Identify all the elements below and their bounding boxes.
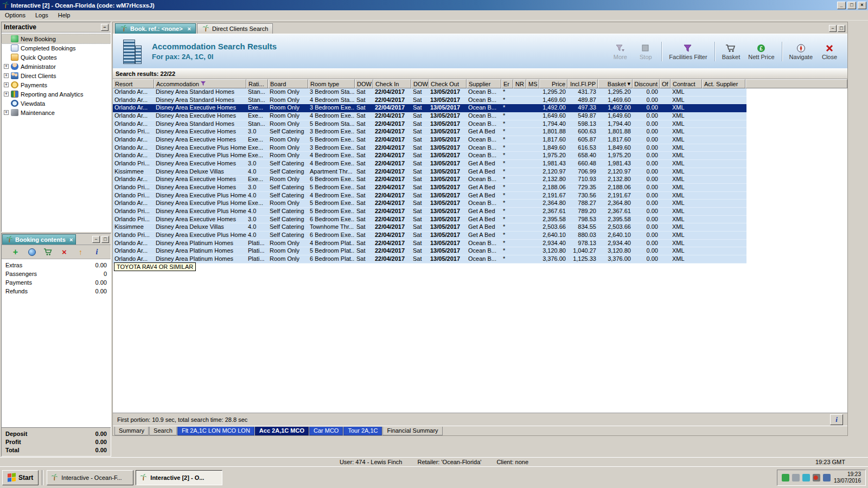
tab-book-ref-none[interactable]: Book. ref.: <none>×: [115, 23, 196, 34]
result-row[interactable]: Orlando Ar...Disney Area Platinum HomesP…: [113, 255, 746, 264]
basket-button[interactable]: Basket: [719, 42, 743, 61]
booking-row-refunds[interactable]: Refunds0.00: [2, 287, 111, 296]
close-button[interactable]: Close: [818, 42, 841, 61]
result-row[interactable]: Orlando Ar...Disney Area Platinum HomesP…: [113, 247, 746, 255]
booking-row-extras[interactable]: Extras0.00: [2, 261, 111, 269]
info-icon[interactable]: i: [92, 247, 101, 256]
sidebar-item-reporting-and-analytics[interactable]: +Reporting and Analytics: [2, 89, 111, 99]
taskbar-clock[interactable]: 19:23 13/07/2016: [834, 471, 861, 484]
result-row[interactable]: Orlando Ar...Disney Area Executive Homes…: [113, 176, 746, 184]
sidebar-item-administrator[interactable]: +Administrator: [2, 62, 111, 71]
info-button[interactable]: i: [830, 414, 843, 425]
column-header-rati[interactable]: Rati...: [246, 79, 268, 88]
column-header-check-in[interactable]: Check In: [373, 79, 411, 88]
sidebar-item-payments[interactable]: +Payments: [2, 80, 111, 89]
tab-acc-2a-1c-mco[interactable]: Acc 2A,1C MCO: [255, 427, 309, 435]
tray-network-icon[interactable]: [802, 474, 810, 481]
menu-logs[interactable]: Logs: [30, 11, 53, 20]
doc-restore-button[interactable]: □: [838, 25, 845, 32]
bc-maximize-button[interactable]: □: [101, 236, 109, 243]
column-header-contract[interactable]: Contract: [671, 79, 702, 88]
tab-flt-2a-1c-lon-mco-lon[interactable]: Flt 2A,1C LON MCO LON: [177, 427, 254, 435]
window-close-button[interactable]: ×: [858, 2, 866, 9]
result-row[interactable]: Orlando Pri...Disney Area Executive Home…: [113, 184, 746, 192]
column-header-resort[interactable]: Resort: [113, 79, 154, 88]
window-minimize-button[interactable]: _: [837, 2, 846, 9]
booking-row-payments[interactable]: Payments0.00: [2, 278, 111, 287]
result-row[interactable]: Orlando Ar...Disney Area Standard HomesS…: [113, 97, 746, 105]
booking-row-passengers[interactable]: Passengers0: [2, 269, 111, 278]
globe-icon[interactable]: [27, 247, 36, 256]
column-header-accommodation[interactable]: Accommodation: [154, 79, 246, 88]
column-header-incl-fl-pp[interactable]: Incl.Fl.PP: [567, 79, 598, 88]
tab-financial-summary[interactable]: Financial Summary: [382, 427, 442, 435]
doc-minimize-button[interactable]: −: [829, 25, 837, 32]
close-booking-contents-icon[interactable]: ×: [69, 236, 73, 243]
result-row[interactable]: Orlando Pri...Disney Area Executive Plus…: [113, 192, 746, 200]
sidebar-item-maintenance[interactable]: +Maintenance: [2, 108, 111, 117]
facilities-filter-button[interactable]: Facilities Filter: [666, 42, 710, 61]
result-row[interactable]: Orlando Ar...Disney Area Executive Plus …: [113, 144, 746, 152]
tab-summary[interactable]: Summary: [114, 427, 149, 435]
expand-icon[interactable]: +: [4, 73, 9, 78]
result-row[interactable]: Orlando Pri...Disney Area Executive Plus…: [113, 208, 746, 216]
result-row[interactable]: Orlando Ar...Disney Area Executive Plus …: [113, 200, 746, 208]
result-row[interactable]: KissimmeeDisney Area Deluxe Villas4.0Sel…: [113, 168, 746, 176]
column-header-board[interactable]: Board: [268, 79, 308, 88]
result-row[interactable]: Orlando Ar...Disney Area Executive Homes…: [113, 136, 746, 144]
sidebar-item-viewdata[interactable]: +Viewdata: [2, 99, 111, 108]
result-row[interactable]: Orlando Ar...Disney Area Executive Plus …: [113, 152, 746, 160]
collapse-panel-button[interactable]: −: [101, 24, 108, 31]
add-icon[interactable]: +: [11, 247, 20, 256]
filter-funnel-icon[interactable]: [201, 81, 206, 87]
taskbar-window-interactive-ocean-f[interactable]: Interactive - Ocean-F...: [47, 470, 133, 485]
result-row[interactable]: Orlando Ar...Disney Area Platinum HomesP…: [113, 240, 746, 248]
nett-price-button[interactable]: £Nett Price: [745, 42, 777, 61]
column-header-check-out[interactable]: Check Out: [429, 79, 467, 88]
add-to-basket-icon[interactable]: [43, 247, 53, 256]
taskbar-window-interactive-2-o[interactable]: Interactive [2] - O...: [136, 470, 222, 485]
menu-help[interactable]: Help: [53, 11, 75, 20]
close-tab-icon[interactable]: ×: [188, 25, 191, 32]
tray-mail-icon[interactable]: [782, 474, 789, 481]
result-row[interactable]: Orlando Pri...Disney Area Executive Plus…: [113, 232, 746, 240]
expand-icon[interactable]: +: [4, 92, 9, 97]
column-header-ms[interactable]: MS: [526, 79, 539, 88]
sidebar-item-completed-bookings[interactable]: +Completed Bookings: [2, 43, 111, 53]
column-header-act-supplier[interactable]: Act. Supplier: [702, 79, 745, 88]
column-header-dow[interactable]: DOW: [411, 79, 429, 88]
column-header-er[interactable]: Er: [501, 79, 513, 88]
result-row[interactable]: Orlando Ar...Disney Area Standard HomesS…: [113, 120, 746, 129]
sidebar-item-quick-quotes[interactable]: +Quick Quotes: [2, 53, 111, 62]
result-row[interactable]: Orlando Ar...Disney Area Executive Homes…: [113, 104, 746, 112]
result-row[interactable]: KissimmeeDisney Area Deluxe Villas4.0Sel…: [113, 223, 746, 232]
tray-display-icon[interactable]: [823, 474, 831, 481]
result-row[interactable]: Orlando Ar...Disney Area Executive Homes…: [113, 112, 746, 120]
expand-icon[interactable]: +: [4, 64, 9, 69]
result-row[interactable]: Orlando Pri...Disney Area Executive Home…: [113, 216, 746, 224]
navigate-button[interactable]: Navigate: [787, 42, 815, 61]
column-header-nr[interactable]: NR: [513, 79, 526, 88]
result-row[interactable]: Orlando Pri...Disney Area Executive Home…: [113, 128, 746, 136]
bc-minimize-button[interactable]: −: [92, 236, 100, 243]
tab-search[interactable]: Search: [149, 427, 177, 435]
column-header-room-type[interactable]: Room type: [308, 79, 355, 88]
sidebar-item-direct-clients[interactable]: +Direct Clients: [2, 71, 111, 80]
column-header-discount[interactable]: Discount: [633, 79, 660, 88]
column-header-dow[interactable]: DOW: [355, 79, 373, 88]
tray-audio-icon[interactable]: [813, 474, 820, 481]
expand-icon[interactable]: +: [4, 110, 9, 115]
start-button[interactable]: Start: [2, 470, 39, 485]
delete-icon[interactable]: ×: [60, 247, 69, 256]
column-header-of[interactable]: Of: [660, 79, 671, 88]
sidebar-item-new-booking[interactable]: +New Booking: [2, 34, 111, 43]
tab-car-mco[interactable]: Car MCO: [309, 427, 343, 435]
tab-tour-2a-1c[interactable]: Tour 2A,1C: [343, 427, 382, 435]
menu-options[interactable]: Options: [0, 11, 30, 20]
tab-direct-clients-search[interactable]: Direct Clients Search: [197, 23, 273, 34]
result-row[interactable]: Orlando Pri...Disney Area Executive Home…: [113, 160, 746, 168]
column-header-basket[interactable]: Basket▾: [598, 79, 633, 88]
promote-icon[interactable]: ↑: [76, 247, 85, 256]
booking-contents-tab[interactable]: Booking contents ×: [2, 234, 76, 245]
tray-print-icon[interactable]: [792, 474, 800, 481]
